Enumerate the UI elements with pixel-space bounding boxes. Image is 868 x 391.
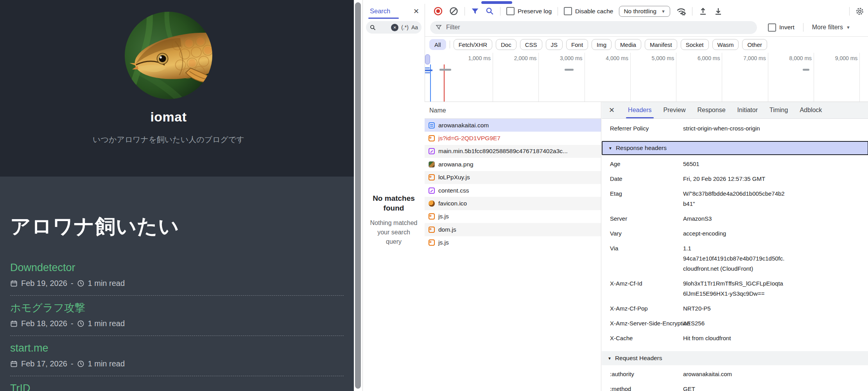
timeline-tick: 7,000 ms [722,53,768,102]
header-value: strict-origin-when-cross-origin [683,123,786,134]
resource-type-icon [429,227,435,233]
details-tab[interactable]: Timing [769,102,788,118]
regex-icon[interactable]: (.*) [401,24,409,30]
request-type-chip[interactable]: Doc [496,39,516,50]
header-key: X-Amz-Cf-Id [610,279,683,299]
network-filter-input[interactable]: Filter [430,21,757,34]
blog-subtitle: いつかアロワナを飼いたい人のブログです [0,134,337,145]
checkbox-box[interactable] [768,23,776,32]
request-type-chip[interactable]: Wasm [712,39,739,50]
header-row: Vary accept-encoding [602,226,868,241]
toolbar-divider [558,7,558,16]
request-type-chip[interactable]: CSS [520,39,542,50]
request-row[interactable]: main.min.5b1fcc8902588589c4767187402a3c.… [425,145,601,158]
overview-window-grip[interactable] [425,54,430,64]
page-scrollbar[interactable] [354,0,362,391]
disable-cache-checkbox[interactable]: Disable cache [564,7,613,15]
request-name: dom.js [438,226,456,233]
search-input[interactable]: ✕ (.*) Aa [366,21,421,34]
request-row[interactable]: js.js [425,236,601,249]
preserve-log-checkbox[interactable]: Preserve log [506,7,552,15]
no-matches-subtitle: Nothing matched your search query [369,218,418,246]
invert-label: Invert [779,24,794,31]
request-type-chips: All Fetch/XHRDocCSSJSFontImgMediaManifes… [425,36,868,53]
throttling-value: No throttling [624,8,656,15]
request-type-chip[interactable]: Fetch/XHR [454,39,492,50]
details-tab[interactable]: Response [697,102,725,118]
request-type-chip[interactable]: Other [742,39,767,50]
post-read-time: 1 min read [88,359,125,369]
export-har-icon[interactable] [714,7,723,16]
filter-icon[interactable] [471,7,479,16]
details-tab[interactable]: Adblock [800,102,822,118]
scrollbar-thumb[interactable] [355,2,361,389]
match-case-icon[interactable]: Aa [411,24,418,30]
blog-page: iomat いつかアロワナを飼いたい人のブログです アロワナ飼いたい Downd… [0,0,354,391]
devtools-panel: Search ✕ [362,0,868,391]
details-tab[interactable]: Preview [664,102,686,118]
request-headers-section[interactable]: Request Headers [602,351,868,365]
network-conditions-icon[interactable] [676,6,686,16]
search-icon[interactable] [485,7,494,16]
request-type-chip[interactable]: JS [546,39,563,50]
throttling-select[interactable]: No throttling ▼ [619,6,670,17]
details-tab[interactable]: Initiator [737,102,758,118]
request-row[interactable]: favicon.ico [425,197,601,210]
request-type-chip[interactable]: Socket [681,39,709,50]
name-column-header[interactable]: Name [425,102,601,119]
checkbox-box[interactable] [564,7,572,15]
clear-icon[interactable] [449,6,459,16]
request-type-chip[interactable]: Img [592,39,612,50]
checkbox-box[interactable] [506,7,515,15]
header-key: :authority [610,369,683,379]
post-link[interactable]: TrID [10,382,30,391]
calendar-icon [10,360,18,368]
clear-search-icon[interactable]: ✕ [391,24,398,31]
post-link[interactable]: ホモグラフ攻撃 [10,301,85,314]
request-name: loLPpXuy.js [438,174,470,181]
no-matches-title: No matches found [368,193,419,213]
header-key: Referrer Policy [610,123,683,134]
timeline-tick: 5,000 ms [631,53,676,102]
request-type-chip[interactable]: Manifest [645,39,677,50]
resource-type-icon [429,161,435,168]
request-row[interactable]: arowana.png [425,158,601,171]
request-row[interactable]: loLPpXuy.js [425,171,601,184]
header-key: Date [610,174,683,184]
toolbar-divider [803,23,803,32]
overview-request-bar [803,69,809,71]
post-meta: Feb 19, 2026 - 1 min read [10,278,344,289]
details-tab[interactable]: Headers [628,102,651,118]
request-row[interactable]: js.js [425,210,601,223]
import-har-icon[interactable] [698,7,708,16]
request-type-chip[interactable]: Font [566,39,588,50]
settings-gear-icon[interactable] [855,7,864,16]
post-link[interactable]: start.me [10,341,48,355]
more-filters-button[interactable]: More filters ▼ [812,24,850,31]
header-row: Age 56501 [602,155,868,171]
request-row[interactable]: js?id=G-2QD1VPG9E7 [425,132,601,145]
devtools-main-tabstrip [363,0,868,4]
close-icon[interactable]: ✕ [413,7,419,16]
timeline-ruler[interactable]: 1,000 ms2,000 ms3,000 ms4,000 ms5,000 ms… [425,53,868,102]
header-row: X-Cache Hit from cloudfront [602,331,868,346]
close-icon[interactable]: ✕ [609,106,615,114]
chip-all[interactable]: All [429,39,446,50]
header-value: Fri, 20 Feb 2026 12:57:35 GMT [683,174,786,184]
resource-type-icon [429,213,435,220]
record-icon[interactable] [433,6,443,16]
invert-checkbox[interactable]: Invert [768,23,794,32]
resource-type-icon [429,239,435,246]
toolbar-divider [500,7,500,16]
request-row[interactable]: content.css [425,184,601,197]
search-pane-header: Search ✕ [363,4,425,18]
request-type-chip[interactable]: Media [615,39,641,50]
response-headers-section[interactable]: Response headers [602,141,868,155]
tab-search[interactable]: Search [370,7,390,15]
post-link[interactable]: Downdetector [10,261,75,274]
request-row[interactable]: dom.js [425,223,601,236]
post-date: Feb 17, 2026 [21,359,67,369]
request-row[interactable]: arowanakaitai.com [425,119,601,132]
post-item: start.me Feb 17, 2026 - [10,336,344,376]
filter-placeholder: Filter [446,24,460,31]
